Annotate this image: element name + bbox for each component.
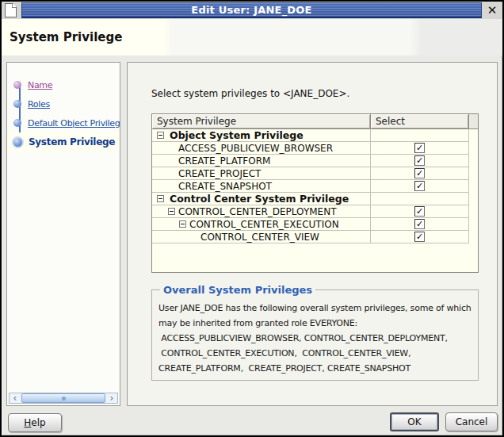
sidebar-item-label: Name bbox=[28, 80, 52, 90]
overall-privileges-text-line: CONTROL_CENTER_EXECUTION, CONTROL_CENTER… bbox=[158, 346, 472, 361]
table-row[interactable]: CONTROL_CENTER_EXECUTION✓ bbox=[152, 218, 478, 231]
privilege-checkbox[interactable]: ✓ bbox=[414, 143, 425, 153]
step-dot-icon bbox=[13, 138, 22, 147]
overall-privileges-text-line: CREATE_PLATFORM, CREATE_PROJECT, CREATE_… bbox=[158, 361, 472, 376]
privilege-checkbox[interactable]: ✓ bbox=[414, 181, 425, 191]
overall-privileges-text-line: ACCESS_PUBLICVIEW_BROWSER, CONTROL_CENTE… bbox=[158, 331, 472, 346]
scrollbar-track[interactable] bbox=[21, 393, 106, 403]
collapse-icon[interactable] bbox=[157, 132, 164, 139]
window-title: Edit User: JANE_DOE bbox=[191, 4, 311, 16]
sidebar-item-label: System Privilege bbox=[29, 136, 115, 148]
sidebar-item-label: Default Object Privilege bbox=[28, 118, 120, 128]
sidebar-horizontal-scrollbar[interactable]: ‹ › bbox=[9, 393, 118, 404]
step-dot-icon bbox=[13, 81, 21, 89]
table-header: System Privilege Select bbox=[152, 114, 478, 129]
titlebar-drag-area[interactable]: Edit User: JANE_DOE bbox=[21, 2, 482, 18]
system-privilege-panel: Select system privileges to <JANE_DOE>. … bbox=[127, 62, 498, 406]
collapse-icon[interactable] bbox=[157, 195, 164, 202]
privilege-label: CREATE_PROJECT bbox=[178, 168, 261, 179]
help-button[interactable]: Help bbox=[8, 413, 62, 432]
step-dot-icon bbox=[13, 119, 21, 127]
privilege-checkbox[interactable]: ✓ bbox=[414, 232, 425, 242]
table-row[interactable]: Control Center System Privilege bbox=[152, 193, 478, 205]
overall-system-privileges-fieldset: Overall System Privileges User JANE_DOE … bbox=[151, 284, 479, 381]
column-header-select[interactable]: Select bbox=[371, 114, 469, 129]
step-dot-icon bbox=[13, 100, 21, 108]
table-row[interactable]: CREATE_PROJECT✓ bbox=[152, 167, 478, 180]
privilege-label: CONTROL_CENTER_EXECUTION bbox=[189, 219, 339, 230]
page-title: System Privilege bbox=[2, 30, 122, 44]
privilege-checkbox[interactable]: ✓ bbox=[414, 168, 425, 178]
overall-legend: Overall System Privileges bbox=[160, 284, 315, 296]
privilege-checkbox[interactable]: ✓ bbox=[414, 206, 425, 217]
sidebar-item-default-object-privilege[interactable]: Default Object Privilege bbox=[7, 113, 120, 132]
scroll-right-icon[interactable]: › bbox=[106, 393, 117, 403]
privilege-label: Control Center System Privilege bbox=[170, 193, 349, 205]
collapse-icon[interactable] bbox=[168, 208, 175, 215]
scroll-left-icon[interactable]: ‹ bbox=[10, 393, 21, 403]
table-row[interactable]: Object System Privilege bbox=[152, 129, 478, 142]
cancel-button[interactable]: Cancel bbox=[445, 412, 498, 431]
sidebar-nav: NameRolesDefault Object PrivilegeSystem … bbox=[6, 62, 120, 406]
privilege-label: CREATE_PLATFORM bbox=[178, 155, 270, 167]
document-icon bbox=[2, 2, 21, 19]
scrollbar-thumb[interactable] bbox=[21, 393, 105, 403]
sidebar-item-roles[interactable]: Roles bbox=[7, 94, 120, 113]
privilege-label: CREATE_SNAPSHOT bbox=[178, 181, 272, 192]
overall-privileges-text-line: User JANE_DOE has the following overall … bbox=[158, 301, 472, 316]
table-row[interactable]: CONTROL_CENTER_VIEW✓ bbox=[152, 231, 478, 243]
edit-user-dialog: Edit User: JANE_DOE ✕ System Privilege N… bbox=[0, 0, 504, 437]
collapse-icon[interactable] bbox=[179, 220, 186, 228]
column-header-system-privilege[interactable]: System Privilege bbox=[152, 114, 371, 129]
table-header-corner bbox=[469, 114, 478, 129]
table-row[interactable]: ACCESS_PUBLICVIEW_BROWSER✓ bbox=[152, 142, 478, 155]
table-row[interactable]: CREATE_SNAPSHOT✓ bbox=[152, 180, 478, 193]
page-header: System Privilege bbox=[2, 19, 502, 56]
instruction-text: Select system privileges to <JANE_DOE>. bbox=[151, 88, 349, 99]
ok-button[interactable]: OK bbox=[390, 412, 439, 431]
table-row[interactable]: CREATE_PLATFORM✓ bbox=[152, 155, 478, 167]
sidebar-item-name[interactable]: Name bbox=[7, 75, 120, 94]
table-row[interactable]: CONTROL_CENTER_DEPLOYMENT✓ bbox=[152, 205, 478, 218]
privilege-checkbox[interactable]: ✓ bbox=[414, 155, 425, 166]
window-titlebar: Edit User: JANE_DOE ✕ bbox=[2, 2, 502, 19]
sidebar-item-label: Roles bbox=[28, 99, 50, 109]
system-privilege-table: System Privilege Select Object System Pr… bbox=[151, 113, 479, 273]
privilege-label: Object System Privilege bbox=[170, 129, 304, 141]
privilege-checkbox[interactable]: ✓ bbox=[414, 219, 425, 229]
sidebar-item-system-privilege[interactable]: System Privilege bbox=[7, 132, 120, 151]
privilege-label: CONTROL_CENTER_DEPLOYMENT bbox=[178, 206, 336, 217]
close-icon[interactable]: ✕ bbox=[482, 2, 502, 19]
privilege-label: ACCESS_PUBLICVIEW_BROWSER bbox=[178, 143, 333, 154]
overall-privileges-text-line: may be inherited from granted role EVERY… bbox=[158, 316, 472, 331]
privilege-label: CONTROL_CENTER_VIEW bbox=[200, 232, 319, 243]
